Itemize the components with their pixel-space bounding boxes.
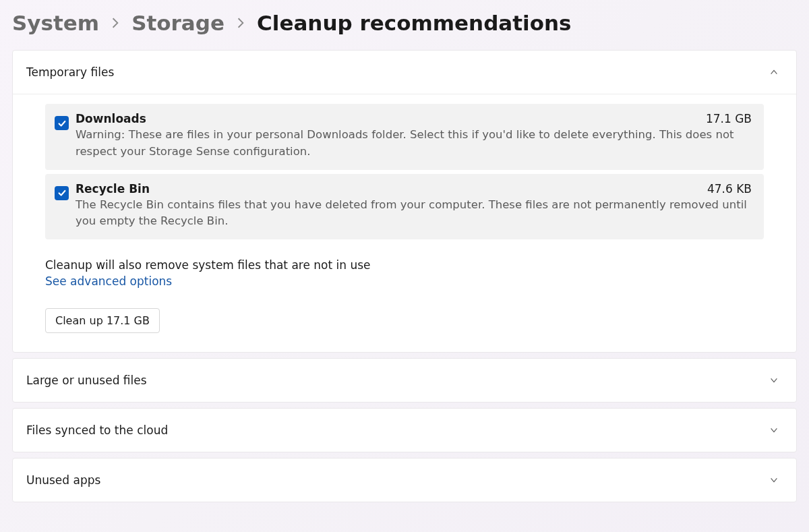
item-size: 47.6 KB	[707, 182, 752, 196]
cleanup-button[interactable]: Clean up 17.1 GB	[45, 308, 160, 333]
breadcrumb-system[interactable]: System	[12, 11, 99, 35]
breadcrumb-storage[interactable]: Storage	[131, 11, 224, 35]
chevron-down-icon	[769, 376, 779, 385]
chevron-up-icon	[769, 67, 779, 77]
section-header-temporary-files[interactable]: Temporary files	[13, 51, 796, 94]
cleanup-note: Cleanup will also remove system files th…	[45, 258, 764, 272]
section-header-cloud-files[interactable]: Files synced to the cloud	[13, 409, 796, 452]
item-size: 17.1 GB	[706, 112, 752, 125]
section-unused-apps: Unused apps	[12, 458, 797, 502]
section-temporary-files: Temporary files Downloads 17.1 GB Warnin…	[12, 50, 797, 353]
chevron-down-icon	[769, 425, 779, 435]
section-header-unused-apps[interactable]: Unused apps	[13, 459, 796, 502]
item-description: Warning: These are files in your persona…	[76, 127, 752, 160]
item-description: The Recycle Bin contains files that you …	[76, 197, 752, 231]
breadcrumb: System Storage Cleanup recommendations	[12, 7, 797, 50]
checkbox-downloads[interactable]	[55, 116, 69, 130]
chevron-down-icon	[769, 475, 779, 485]
cleanup-item-downloads[interactable]: Downloads 17.1 GB Warning: These are fil…	[45, 104, 764, 170]
section-large-files: Large or unused files	[12, 358, 797, 403]
cleanup-item-recycle-bin[interactable]: Recycle Bin 47.6 KB The Recycle Bin cont…	[45, 174, 764, 240]
section-title: Large or unused files	[26, 374, 147, 387]
section-title: Temporary files	[26, 65, 114, 79]
item-name: Recycle Bin	[76, 182, 150, 196]
advanced-options-link[interactable]: See advanced options	[45, 274, 172, 288]
section-title: Unused apps	[26, 473, 100, 487]
item-name: Downloads	[76, 112, 146, 125]
chevron-right-icon	[237, 17, 245, 29]
section-body-temporary-files: Downloads 17.1 GB Warning: These are fil…	[13, 94, 796, 352]
section-header-large-files[interactable]: Large or unused files	[13, 359, 796, 402]
chevron-right-icon	[111, 17, 119, 29]
checkbox-recycle-bin[interactable]	[55, 186, 69, 200]
section-title: Files synced to the cloud	[26, 423, 168, 437]
page-title: Cleanup recommendations	[257, 11, 572, 35]
section-cloud-files: Files synced to the cloud	[12, 408, 797, 452]
